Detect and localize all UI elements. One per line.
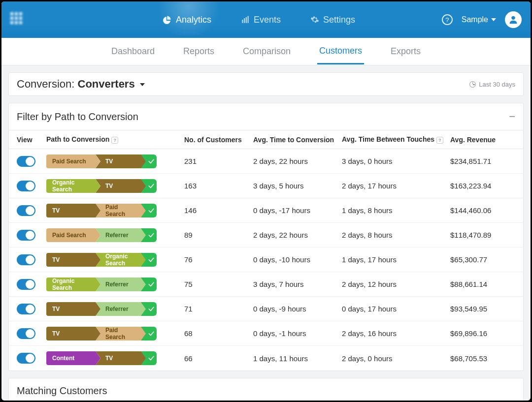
view-toggle[interactable]	[17, 205, 35, 216]
path-segment: Paid Search	[46, 228, 96, 242]
conversion-selector[interactable]: Conversion: Converters	[17, 78, 145, 91]
nav-events[interactable]: Events	[241, 15, 281, 25]
tab-exports[interactable]: Exports	[389, 39, 423, 63]
path-segment: TV	[46, 253, 96, 267]
cell-revenue: $93,549.95	[450, 305, 515, 313]
cell-revenue: $118,470.89	[450, 231, 515, 239]
help-hint-icon[interactable]: ?	[111, 137, 118, 144]
cell-customers: 71	[184, 305, 253, 313]
account-dropdown[interactable]: Sample	[462, 15, 496, 24]
cell-avg-time: 3 days, 5 hours	[253, 182, 342, 190]
table-row: Paid SearchTV2312 days, 22 hours3 days, …	[9, 149, 523, 174]
subnav: Dashboard Reports Comparison Customers E…	[1, 38, 531, 65]
cell-customers: 66	[184, 354, 253, 363]
view-toggle[interactable]	[17, 254, 35, 265]
path-segment: TV	[96, 155, 141, 168]
cell-revenue: $68,705.53	[450, 354, 515, 363]
cell-customers: 163	[184, 182, 253, 190]
nav-settings[interactable]: Settings	[310, 15, 355, 25]
cell-avg-time: 1 days, 11 hours	[253, 354, 342, 363]
cell-revenue: $144,460.06	[450, 206, 515, 215]
cell-customers: 89	[184, 231, 253, 239]
table-row: TVPaid Search1460 days, -17 hours1 days,…	[9, 198, 523, 223]
conversion-panel: Conversion: Converters Last 30 days	[8, 72, 524, 96]
path-segment: TV	[46, 204, 96, 217]
col-avg-between: Avg. Time Between Touches?	[342, 135, 450, 144]
help-icon[interactable]: ?	[442, 14, 453, 25]
cell-avg-between: 2 days, 8 hours	[342, 231, 450, 239]
clock-icon	[469, 81, 476, 88]
filter-panel-title: Filter by Path to Conversion	[17, 111, 138, 123]
avatar[interactable]	[505, 11, 522, 28]
table-row: ContentTV661 days, 11 hours2 days, 0 hou…	[9, 346, 523, 371]
tab-comparison[interactable]: Comparison	[241, 39, 293, 63]
cell-customers: 231	[184, 157, 253, 165]
cell-avg-time: 3 days, 7 hours	[253, 280, 342, 288]
view-toggle[interactable]	[17, 230, 35, 241]
cell-avg-time: 0 days, -17 hours	[253, 206, 342, 215]
cell-avg-between: 2 days, 16 hours	[342, 329, 450, 338]
tab-customers[interactable]: Customers	[317, 39, 364, 64]
nav-events-label: Events	[254, 15, 281, 25]
logo[interactable]	[10, 12, 25, 27]
conversion-path[interactable]: TVPaid Search	[46, 327, 184, 340]
cell-revenue: $69,896.16	[450, 329, 515, 338]
path-segment: TV	[96, 351, 141, 365]
svg-point-4	[511, 16, 515, 20]
nav-analytics[interactable]: Analytics	[163, 15, 211, 25]
conversion-path[interactable]: TVPaid Search	[46, 204, 184, 217]
cell-avg-between: 1 days, 17 hours	[342, 255, 450, 264]
cell-avg-between: 2 days, 12 hours	[342, 280, 450, 288]
pie-icon	[163, 15, 172, 24]
svg-rect-3	[248, 16, 249, 23]
cell-revenue: $234,851.71	[450, 157, 515, 165]
nav-settings-label: Settings	[323, 15, 355, 25]
conversion-path[interactable]: ContentTV	[46, 351, 184, 365]
view-toggle[interactable]	[17, 304, 35, 314]
path-segment: Referrer	[96, 228, 141, 242]
bars-icon	[241, 15, 250, 24]
table-row: TVReferrer710 days, -9 hours0 days, 17 h…	[9, 297, 523, 321]
conversion-path[interactable]: TVReferrer	[46, 302, 184, 316]
time-range[interactable]: Last 30 days	[469, 81, 515, 88]
col-avg-time: Avg. Time to Conversion	[253, 136, 342, 144]
tab-dashboard[interactable]: Dashboard	[109, 39, 157, 63]
path-segment: TV	[46, 327, 96, 340]
filter-panel: Filter by Path to Conversion − View Path…	[8, 103, 524, 371]
cell-avg-between: 0 days, 17 hours	[342, 305, 450, 313]
svg-rect-2	[246, 17, 247, 23]
col-customers: No. of Customers	[184, 136, 253, 144]
tab-reports[interactable]: Reports	[181, 39, 216, 63]
table-row: TVOrganic Search760 days, -10 hours1 day…	[9, 247, 523, 272]
cell-customers: 146	[184, 206, 253, 215]
view-toggle[interactable]	[17, 353, 35, 364]
cell-avg-time: 0 days, -1 hours	[253, 329, 342, 338]
cell-customers: 75	[184, 280, 253, 288]
path-segment: Referrer	[96, 278, 141, 291]
conversion-path[interactable]: Organic SearchReferrer	[46, 278, 184, 291]
help-hint-icon[interactable]: ?	[436, 137, 443, 144]
path-segment: TV	[96, 179, 141, 193]
collapse-button[interactable]: −	[509, 110, 515, 123]
view-toggle[interactable]	[17, 328, 35, 339]
matching-panel: Matching Customers	[8, 378, 524, 401]
cell-avg-time: 0 days, -10 hours	[253, 255, 342, 264]
path-segment: Referrer	[96, 302, 141, 316]
svg-rect-1	[244, 18, 245, 23]
path-segment: Content	[46, 351, 96, 365]
conversion-path[interactable]: Paid SearchReferrer	[46, 228, 184, 242]
gear-icon	[310, 15, 319, 24]
matching-title: Matching Customers	[9, 378, 523, 401]
cell-avg-between: 3 days, 0 hours	[342, 157, 450, 165]
view-toggle[interactable]	[17, 279, 35, 290]
conversion-path[interactable]: TVOrganic Search	[46, 253, 184, 267]
user-icon	[508, 14, 519, 25]
conversion-path[interactable]: Paid SearchTV	[46, 155, 184, 168]
conversion-label: Conversion:	[17, 78, 78, 90]
view-toggle[interactable]	[17, 156, 35, 167]
conversion-value: Converters	[78, 78, 135, 90]
table-row: TVPaid Search680 days, -1 hours2 days, 1…	[9, 321, 523, 346]
conversion-path[interactable]: Organic SearchTV	[46, 179, 184, 193]
view-toggle[interactable]	[17, 181, 35, 191]
path-segment: Organic Search	[46, 278, 96, 291]
